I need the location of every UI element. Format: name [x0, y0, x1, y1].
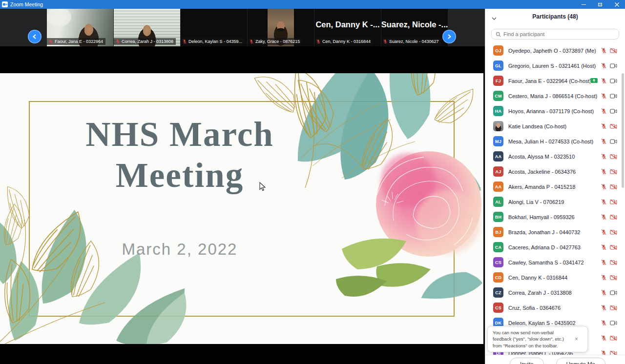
muted-mic-icon [601, 123, 607, 129]
participant-row[interactable]: Katie Landsea (Co-host) [485, 119, 625, 134]
participant-row[interactable]: BH Bokhari, Hamyail - 0959326 [485, 209, 625, 224]
video-on-icon [610, 139, 617, 144]
muted-mic-icon [316, 39, 321, 44]
window-title: Zoom Meeting [10, 1, 575, 7]
participant-name: Oyedepo, Japheth O - 0373897 (Me) [508, 48, 601, 54]
video-on-icon [610, 290, 617, 296]
video-on-icon [610, 108, 617, 114]
panel-footer: Invite Unmute Me [485, 355, 625, 364]
participant-row[interactable]: MJ Mesa, Julian H - 0274533 (Co-host) [485, 134, 625, 149]
thumbnail-name-overlay: Cen, Danny K -... [314, 9, 381, 40]
muted-mic-icon [601, 244, 607, 250]
video-off-icon [610, 244, 617, 250]
muted-mic-icon [249, 39, 254, 44]
filmstrip-prev-button[interactable] [28, 30, 42, 43]
video-thumbnail[interactable]: Zaky, Grace - 0876215 [248, 9, 314, 46]
participant-row[interactable]: CS Cruz, Sofia - 0364676 [485, 300, 625, 315]
close-icon[interactable]: × [575, 336, 578, 342]
video-off-icon [610, 154, 617, 160]
participant-status-icons [601, 320, 617, 326]
participant-status-icons [601, 350, 617, 355]
thumbnail-label-text: Deleon, Kaylan S - 04359... [188, 39, 242, 44]
participant-row[interactable]: FJ Faour, Jana E - 0322964 (Co-host) [485, 73, 625, 88]
muted-mic-icon [383, 39, 388, 44]
muted-mic-icon [601, 259, 607, 265]
chevron-right-icon [446, 34, 452, 40]
avatar: CZ [493, 287, 503, 298]
screen-share-icon [590, 78, 598, 83]
meeting-stage: Faour, Jana E - 0322964 [0, 9, 485, 364]
participant-search[interactable] [491, 29, 619, 40]
participant-row[interactable]: AL Alongi, Lia V - 0706219 [485, 194, 625, 209]
participant-row[interactable]: CM Cestero, Maria J - 0866514 (Co-host) [485, 88, 625, 103]
participant-row[interactable]: AJ Acosta, Jackeline - 0634376 [485, 164, 625, 179]
participant-name: Bokhari, Hamyail - 0959326 [508, 214, 601, 220]
participant-status-icons [601, 62, 617, 69]
thumbnail-label: Suarez, Nicole - 0430627 [381, 38, 441, 45]
muted-mic-icon [182, 39, 187, 44]
participant-status-icons [601, 259, 617, 265]
participant-status-icons [601, 123, 617, 129]
participant-status-icons [601, 229, 617, 235]
participant-row[interactable]: GL Gregorio, Lauren S - 0321461 (Host) [485, 58, 625, 73]
tooltip-text: You can now send non-verbal feedback ("y… [493, 329, 571, 349]
avatar: AA [493, 182, 503, 192]
muted-mic-icon [601, 274, 607, 281]
chevron-left-icon [32, 34, 38, 40]
participant-row[interactable]: CZ Correa, Zarah J - 0313808 [485, 285, 625, 300]
participant-status-icons [601, 153, 617, 160]
participant-row[interactable]: AA Akers, Amanda P - 0415218 [485, 179, 625, 194]
muted-mic-icon [601, 108, 607, 114]
video-thumbnail[interactable]: Suarez, Nicole -... Suarez, Nicole - 043… [381, 9, 448, 46]
participants-list[interactable]: OJ Oyedepo, Japheth O - 0373897 (Me) [485, 43, 625, 355]
video-thumbnail[interactable]: Deleon, Kaylan S - 04359... [181, 9, 247, 46]
participants-header: Participants (48) [485, 9, 625, 28]
video-off-icon [610, 184, 617, 190]
participant-name: Acosta, Alyssa M - 0323510 [508, 154, 601, 160]
mouse-cursor [259, 182, 266, 192]
zoom-app-icon [2, 1, 8, 7]
participant-status-icons [601, 289, 617, 296]
muted-mic-icon [601, 168, 607, 175]
maximize-button[interactable] [592, 0, 608, 9]
video-on-icon [610, 93, 617, 99]
video-thumbnail[interactable]: Correa, Zarah J - 0313808 [114, 9, 180, 46]
muted-mic-icon [601, 153, 607, 160]
participant-name: Alongi, Lia V - 0706219 [508, 199, 601, 205]
participant-row[interactable]: AA Acosta, Alyssa M - 0323510 [485, 149, 625, 164]
thumbnail-label-text: Suarez, Nicole - 0430627 [389, 39, 439, 44]
participant-name: Acosta, Jackeline - 0634376 [508, 169, 601, 175]
participant-row[interactable]: HA Hoyos, Arianna - 0371179 (Co-host) [485, 103, 625, 119]
thumbnail-label-text: Faour, Jana E - 0322964 [55, 39, 103, 44]
invite-button[interactable]: Invite [510, 358, 544, 364]
avatar: FJ [493, 76, 503, 86]
unmute-me-button[interactable]: Unmute Me [556, 358, 605, 364]
filmstrip-next-button[interactable] [442, 30, 456, 43]
participants-panel: Participants (48) OJ Oyedepo, Japheth O … [485, 9, 625, 364]
muted-mic-icon [601, 93, 607, 99]
avatar: AL [493, 197, 503, 207]
reactions-tooltip: You can now send non-verbal feedback ("y… [487, 326, 588, 352]
video-thumbnail[interactable]: Faour, Jana E - 0322964 [47, 9, 113, 46]
participant-row[interactable]: BJ Brazda, Jonathan J - 0440732 [485, 224, 625, 240]
minimize-button[interactable] [575, 0, 592, 9]
participant-name: Caceres, Adriana D - 0427763 [508, 244, 601, 250]
video-thumbnail[interactable]: Cen, Danny K -... Cen, Danny K - 0316844 [314, 9, 381, 46]
video-filmstrip: Faour, Jana E - 0322964 [0, 9, 485, 46]
thumbnail-label: Deleon, Kaylan S - 04359... [181, 38, 245, 45]
participant-name: Hoyos, Arianna - 0371179 (Co-host) [508, 108, 601, 114]
participant-row[interactable]: OJ Oyedepo, Japheth O - 0373897 (Me) [485, 43, 625, 58]
video-off-icon [610, 229, 617, 235]
participant-status-icons [601, 335, 617, 341]
search-input[interactable] [503, 31, 615, 37]
maximize-icon [598, 3, 602, 6]
participant-row[interactable]: CD Cen, Danny K - 0316844 [485, 270, 625, 285]
scrollbar[interactable] [622, 73, 624, 188]
close-button[interactable] [608, 0, 625, 9]
video-off-icon [610, 214, 617, 220]
avatar: HA [493, 106, 503, 116]
participant-row[interactable]: CA Caceres, Adriana D - 0427763 [485, 240, 625, 255]
participant-row[interactable]: CS Cawley, Samantha S - 0341472 [485, 255, 625, 270]
participant-name: Cestero, Maria J - 0866514 (Co-host) [508, 93, 601, 99]
participant-name: Mesa, Julian H - 0274533 (Co-host) [508, 139, 601, 144]
